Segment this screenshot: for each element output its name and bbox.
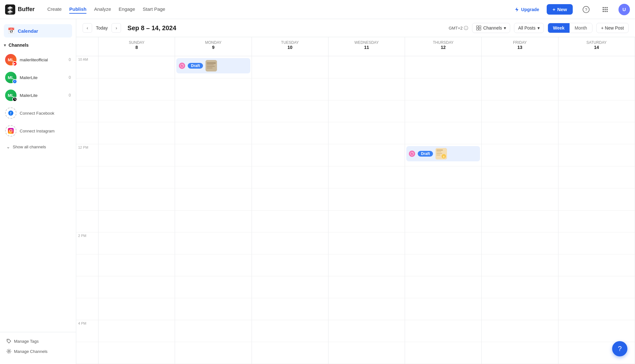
upgrade-button[interactable]: Upgrade — [514, 7, 539, 12]
cell-fri-230[interactable] — [482, 254, 558, 276]
cell-mon-1030[interactable] — [175, 78, 252, 100]
nav-start-page[interactable]: Start Page — [143, 5, 165, 14]
cell-fri-10am[interactable] — [482, 56, 558, 78]
cell-sun-4pm[interactable] — [98, 320, 175, 342]
cell-tue-130[interactable] — [252, 211, 328, 233]
week-view-button[interactable]: Week — [548, 23, 570, 33]
sidebar-item-mailerlite-official[interactable]: ML mailerliteofficial 0 — [1, 51, 75, 68]
prev-week-button[interactable]: ‹ — [83, 23, 92, 33]
channels-filter-button[interactable]: Channels ▾ — [472, 23, 510, 33]
cell-sat-1pm[interactable] — [558, 188, 635, 210]
cell-thu-330[interactable] — [405, 298, 482, 320]
cell-wed-1030[interactable] — [328, 78, 405, 100]
cell-sun-3pm[interactable] — [98, 276, 175, 298]
cell-sat-230[interactable] — [558, 254, 635, 276]
cell-tue-2pm[interactable] — [252, 233, 328, 254]
logo[interactable]: Buffer — [5, 4, 35, 15]
cell-sat-12pm[interactable] — [558, 144, 635, 166]
cell-sat-1130[interactable] — [558, 122, 635, 144]
cell-sat-4pm[interactable] — [558, 320, 635, 342]
cell-sat-10am[interactable] — [558, 56, 635, 78]
cell-sun-1030[interactable] — [98, 78, 175, 100]
cell-thu-1pm[interactable] — [405, 188, 482, 210]
help-fab-button[interactable]: ? — [612, 341, 627, 356]
sidebar-item-calendar[interactable]: 📅 Calendar — [4, 24, 72, 37]
cell-thu-1030[interactable] — [405, 78, 482, 100]
nav-engage[interactable]: Engage — [119, 5, 135, 14]
cell-sun-230[interactable] — [98, 254, 175, 276]
today-button[interactable]: Today — [96, 25, 108, 30]
cell-sun-2pm[interactable] — [98, 233, 175, 254]
cell-wed-1230[interactable] — [328, 166, 405, 188]
cell-sun-10am[interactable] — [98, 56, 175, 78]
nav-analyze[interactable]: Analyze — [94, 5, 111, 14]
cell-sat-3pm[interactable] — [558, 276, 635, 298]
cell-fri-12pm[interactable] — [482, 144, 558, 166]
cell-mon-1pm[interactable] — [175, 188, 252, 210]
cell-sat-11am[interactable] — [558, 100, 635, 122]
cell-thu-430[interactable] — [405, 342, 482, 364]
cell-fri-4pm[interactable] — [482, 320, 558, 342]
cell-sat-1030[interactable] — [558, 78, 635, 100]
cell-mon-1130[interactable] — [175, 122, 252, 144]
cell-fri-130[interactable] — [482, 211, 558, 233]
cell-wed-10am[interactable] — [328, 56, 405, 78]
cell-sat-2pm[interactable] — [558, 233, 635, 254]
month-view-button[interactable]: Month — [570, 23, 592, 33]
cell-fri-2pm[interactable] — [482, 233, 558, 254]
manage-channels-button[interactable]: Manage Channels — [3, 346, 73, 356]
draft-card-2[interactable]: Draft $ — [406, 146, 480, 161]
nav-create[interactable]: Create — [47, 5, 62, 14]
cell-thu-11am[interactable] — [405, 100, 482, 122]
cell-thu-1130[interactable] — [405, 122, 482, 144]
cell-fri-330[interactable] — [482, 298, 558, 320]
cell-sat-330[interactable] — [558, 298, 635, 320]
cell-mon-10am[interactable]: Draft — [175, 56, 252, 78]
cell-tue-330[interactable] — [252, 298, 328, 320]
cell-sun-1pm[interactable] — [98, 188, 175, 210]
cell-sun-1230[interactable] — [98, 166, 175, 188]
cell-tue-430[interactable] — [252, 342, 328, 364]
sidebar-item-mailerlite-x[interactable]: ML 𝕏 MailerLite 0 — [1, 87, 75, 104]
cell-wed-1130[interactable] — [328, 122, 405, 144]
cell-wed-2pm[interactable] — [328, 233, 405, 254]
cell-wed-3pm[interactable] — [328, 276, 405, 298]
new-post-button[interactable]: + New Post — [596, 23, 629, 33]
next-week-button[interactable]: › — [111, 23, 121, 33]
avatar[interactable]: U — [618, 4, 630, 15]
cell-sat-130[interactable] — [558, 211, 635, 233]
cell-thu-10am[interactable] — [405, 56, 482, 78]
nav-publish[interactable]: Publish — [69, 5, 86, 14]
new-button[interactable]: + New — [547, 4, 573, 15]
posts-filter-select[interactable]: All Posts ▾ — [514, 23, 544, 33]
cell-tue-1130[interactable] — [252, 122, 328, 144]
manage-tags-button[interactable]: Manage Tags — [3, 336, 73, 346]
cell-mon-430[interactable] — [175, 342, 252, 364]
show-all-channels-button[interactable]: ⌄ Show all channels — [1, 141, 75, 152]
cell-tue-1230[interactable] — [252, 166, 328, 188]
cell-fri-1130[interactable] — [482, 122, 558, 144]
cell-tue-12pm[interactable] — [252, 144, 328, 166]
cell-mon-4pm[interactable] — [175, 320, 252, 342]
cell-tue-3pm[interactable] — [252, 276, 328, 298]
cell-sun-1130[interactable] — [98, 122, 175, 144]
cell-fri-11am[interactable] — [482, 100, 558, 122]
cell-thu-2pm[interactable] — [405, 233, 482, 254]
connect-instagram-button[interactable]: Connect Instagram — [1, 122, 75, 139]
cell-thu-130[interactable] — [405, 211, 482, 233]
cell-wed-11am[interactable] — [328, 100, 405, 122]
cell-thu-3pm[interactable] — [405, 276, 482, 298]
cell-mon-230[interactable] — [175, 254, 252, 276]
help-icon-button[interactable]: ? — [580, 4, 592, 15]
cell-tue-10am[interactable] — [252, 56, 328, 78]
cell-sat-1230[interactable] — [558, 166, 635, 188]
cell-mon-12pm[interactable] — [175, 144, 252, 166]
cell-tue-1030[interactable] — [252, 78, 328, 100]
calendar-grid-container[interactable]: Sunday 8 Monday 9 Tuesday 10 Wednesday 1… — [76, 37, 635, 364]
cell-sun-11am[interactable] — [98, 100, 175, 122]
cell-wed-4pm[interactable] — [328, 320, 405, 342]
cell-mon-2pm[interactable] — [175, 233, 252, 254]
cell-fri-430[interactable] — [482, 342, 558, 364]
cell-mon-3pm[interactable] — [175, 276, 252, 298]
cell-fri-1230[interactable] — [482, 166, 558, 188]
